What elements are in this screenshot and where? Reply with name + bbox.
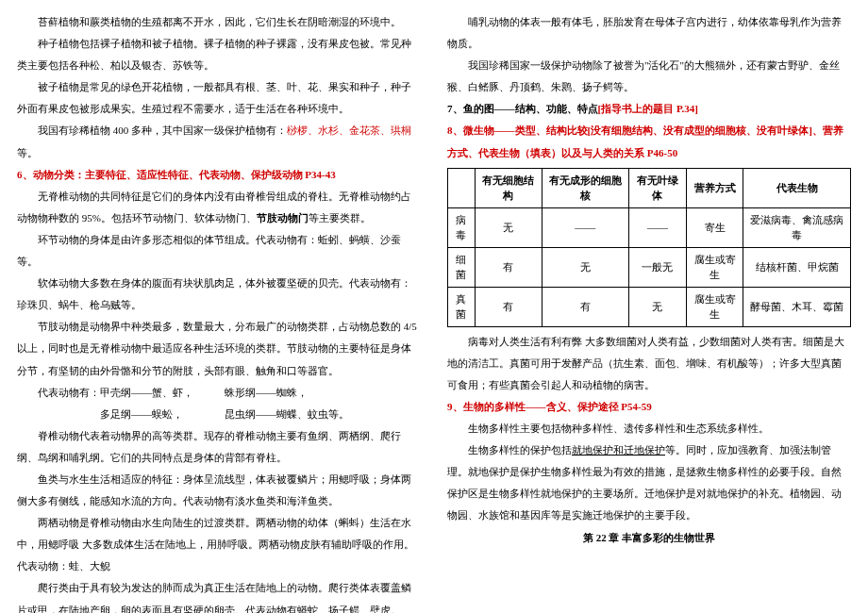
td: 有 [475, 247, 542, 287]
td: 腐生或寄生 [686, 287, 743, 326]
heading-7: 7、鱼的图——结构、功能、特点[指导书上的题目 P.34] [447, 98, 851, 120]
right-column: 哺乳动物的体表一般有体毛，胚胎发育在母体子宫内进行，幼体依靠母乳作为营养物质。 … [447, 11, 851, 613]
para: 种子植物包括裸子植物和被子植物。裸子植物的种子裸露，没有果皮包被。常见种类主要包… [17, 33, 421, 76]
bold-text: 节肢动物门 [257, 212, 309, 224]
td: —— [542, 207, 629, 247]
chapter-22-title: 第 22 章 丰富多彩的生物世界 [447, 527, 851, 549]
para: 病毒对人类生活有利有弊 大多数细菌对人类有益，少数细菌对人类有害。细菌是大地的清… [447, 331, 851, 396]
left-column: 苔藓植物和蕨类植物的生殖都离不开水，因此，它们生长在阴暗潮湿的环境中。 种子植物… [17, 11, 421, 613]
td: 一般无 [629, 247, 687, 287]
para: 鱼类与水生生活相适应的特征：身体呈流线型，体表被覆鳞片；用鳃呼吸；身体两侧大多有… [17, 469, 421, 512]
para: 生物多样性主要包括物种多样性、遗传多样性和生态系统多样性。 [447, 418, 851, 439]
para: 爬行类由于具有较为发达的肺而成为真正生活在陆地上的动物。爬行类体表覆盖鳞片或甲，… [17, 577, 421, 613]
td: 腐生或寄生 [686, 247, 743, 287]
text: 等。 [17, 147, 38, 158]
table-row: 真菌 有 有 无 腐生或寄生 酵母菌、木耳、霉菌 [448, 287, 851, 326]
td: 有 [475, 287, 542, 326]
heading-9: 9、生物的多样性——含义、保护途径 P54-59 [447, 396, 851, 418]
heading-8: 8、微生物——类型、结构比较[没有细胞结构、没有成型的细胞核、没有叶绿体]、营养… [447, 120, 851, 163]
th: 代表生物 [743, 168, 851, 207]
para: 生物多样性的保护包括就地保护和迁地保护等。同时，应加强教育、加强法制管理。就地保… [447, 439, 851, 526]
td: 细菌 [448, 247, 476, 287]
underline-text: 就地保护和迁地保护 [572, 444, 665, 456]
td: 无 [542, 247, 629, 287]
para: 脊椎动物代表着动物界的高等类群。现存的脊椎动物主要有鱼纲、两栖纲、爬行纲、鸟纲和… [17, 425, 421, 469]
para: 软体动物大多数在身体的腹面有块状肌肉足，体外被覆坚硬的贝壳。代表动物有：珍珠贝、… [17, 273, 421, 316]
para: 我国有珍稀植物 400 多种，其中国家一级保护植物有：桫椤、水杉、金花茶、珙桐等… [17, 120, 421, 163]
para: 多足纲——蜈蚣， 昆虫纲——蝴蝶、蚊虫等。 [17, 404, 421, 425]
para: 环节动物的身体是由许多形态相似的体节组成。代表动物有：蚯蚓、蚂蟥、沙蚕等。 [17, 229, 421, 273]
th [448, 168, 476, 207]
para: 哺乳动物的体表一般有体毛，胚胎发育在母体子宫内进行，幼体依靠母乳作为营养物质。 [447, 11, 851, 55]
td: 爱滋病毒、禽流感病毒 [743, 207, 851, 247]
th: 有无叶绿体 [629, 168, 687, 207]
para: 苔藓植物和蕨类植物的生殖都离不开水，因此，它们生长在阴暗潮湿的环境中。 [17, 11, 421, 33]
text: 7、鱼的图——结构、功能、特点 [447, 103, 598, 114]
text: 等。同时，应加强教育、加强法制管理。就地保护是保护生物多样性最为有效的措施，是拯… [447, 444, 842, 521]
td: 真菌 [448, 287, 476, 326]
th: 营养方式 [686, 168, 743, 207]
highlight-text: [指导书上的题目 P.34] [598, 103, 699, 114]
text: 等主要类群。 [309, 212, 371, 224]
microorganism-table: 有无细胞结构 有无成形的细胞核 有无叶绿体 营养方式 代表生物 病毒 无 —— … [447, 168, 851, 327]
td: 有 [542, 287, 629, 326]
td: 寄生 [686, 207, 743, 247]
table-head-row: 有无细胞结构 有无成形的细胞核 有无叶绿体 营养方式 代表生物 [448, 168, 851, 207]
table-row: 细菌 有 无 一般无 腐生或寄生 结核杆菌、甲烷菌 [448, 247, 851, 287]
para: 我国珍稀国家一级保护动物除了被誉为"活化石"的大熊猫外，还有蒙古野驴、金丝猴、白… [447, 55, 851, 98]
para: 被子植物是常见的绿色开花植物，一般都具有根、茎、叶、花、果实和种子，种子外面有果… [17, 76, 421, 120]
th: 有无成形的细胞核 [542, 168, 629, 207]
highlight-text: 桫椤、水杉、金花茶、珙桐 [287, 124, 411, 136]
para: 无脊椎动物的共同特征是它们的身体内没有由脊椎骨组成的脊柱。无脊椎动物约占动物物种… [17, 186, 421, 229]
td: 结核杆菌、甲烷菌 [743, 247, 851, 287]
td: 无 [629, 287, 687, 326]
td: 无 [475, 207, 542, 247]
two-column-layout: 苔藓植物和蕨类植物的生殖都离不开水，因此，它们生长在阴暗潮湿的环境中。 种子植物… [17, 11, 851, 613]
td: 病毒 [448, 207, 476, 247]
table-row: 病毒 无 —— —— 寄生 爱滋病毒、禽流感病毒 [448, 207, 851, 247]
para: 节肢动物是动物界中种类最多，数量最大，分布最广的动物类群，占动物总数的 4/5 … [17, 316, 421, 381]
heading-6: 6、动物分类：主要特征、适应性特征、代表动物、保护级动物 P34-43 [17, 164, 421, 186]
para: 两栖动物是脊椎动物由水生向陆生的过渡类群。两栖动物的幼体（蝌蚪）生活在水中，用鳃… [17, 512, 421, 577]
th: 有无细胞结构 [475, 168, 542, 207]
text: 生物多样性的保护包括 [468, 444, 572, 456]
td: —— [629, 207, 687, 247]
text: 我国有珍稀植物 400 多种，其中国家一级保护植物有： [38, 124, 287, 136]
td: 酵母菌、木耳、霉菌 [743, 287, 851, 326]
para: 代表动物有：甲壳纲——蟹、虾， 蛛形纲——蜘蛛， [17, 382, 421, 404]
